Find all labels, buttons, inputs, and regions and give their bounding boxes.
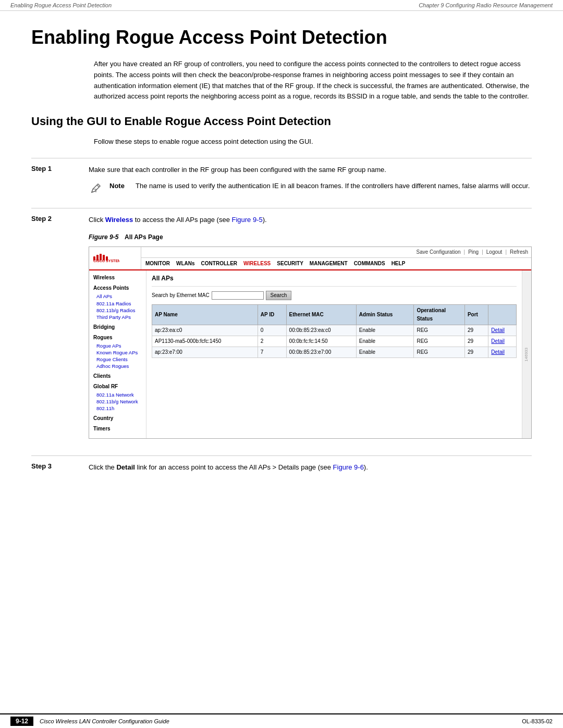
intro-text: Follow these steps to enable rogue acces… [31,137,532,147]
cell-admin-status: Enable [356,336,414,347]
pencil-icon [89,182,103,196]
step3-detail-link: Detail [116,463,134,471]
step2-wireless-link[interactable]: Wireless [105,216,133,224]
nav-controller[interactable]: CONTROLLER [201,260,237,268]
cell-admin-status: Enable [356,325,414,336]
cell-ap-id: 2 [258,336,286,347]
cell-operational-status: REG [414,347,465,357]
action-save[interactable]: Save Configuration [416,248,460,256]
search-label: Search by Ethernet MAC [152,291,210,300]
sidebar-item-80211bg-network[interactable]: 802.11b/g Network [93,398,142,405]
cell-port: 29 [464,325,488,336]
cell-port: 29 [464,336,488,347]
search-input[interactable] [212,291,264,300]
sidebar-timers: Timers [93,425,142,433]
sidebar: Wireless Access Points All APs 802.11a R… [89,270,146,438]
cell-ap-id: 7 [258,347,286,357]
step2-content: Click Wireless to access the All APs pag… [89,215,532,447]
section-heading: Using the GUI to Enable Rogue Access Poi… [31,115,532,128]
sidebar-title-clients: Clients [93,372,142,380]
detail-link[interactable]: Detail [491,327,505,333]
sidebar-item-80211a-network[interactable]: 802.11a Network [93,391,142,398]
cell-detail[interactable]: Detail [488,325,517,336]
body-paragraph: After you have created an RF group of co… [31,59,532,102]
sidebar-access-points: Access Points All APs 802.11a Radios 802… [93,284,142,320]
nav-commands[interactable]: COMMANDS [354,260,385,268]
cell-detail[interactable]: Detail [488,347,517,357]
sidebar-rogues: Rogues Rogue APs Known Rogue APs Rogue C… [93,334,142,370]
col-ap-name: AP Name [152,304,258,325]
top-actions: Save Configuration | Ping | Logout | Ref… [141,247,531,258]
main-content: Enabling Rogue Access Point Detection Af… [0,11,563,504]
nav-wlans[interactable]: WLANs [176,260,195,268]
sidebar-item-80211h[interactable]: 802.11h [93,405,142,412]
nav-help[interactable]: HELP [391,260,406,268]
step1-label: Step 1 [31,165,89,200]
action-refresh[interactable]: Refresh [510,248,528,256]
action-ping[interactable]: Ping [468,248,479,256]
sidebar-item-rogue-clients[interactable]: Rogue Clients [93,356,142,363]
footer-doc-name: Cisco Wireless LAN Controller Configurat… [40,718,169,724]
sidebar-item-all-aps[interactable]: All APs [93,293,142,300]
page-header: Enabling Rogue Access Point Detection Ch… [0,0,563,11]
sidebar-title-country[interactable]: Country [93,414,142,423]
detail-link[interactable]: Detail [491,338,505,344]
watermark-text: 146933 [523,348,530,362]
figure-caption-prefix: Figure 9-5 [89,233,118,241]
nav-monitor[interactable]: MONITOR [145,260,170,268]
sidebar-item-known-rogue[interactable]: Known Rogue APs [93,349,142,356]
svg-text:CISCO SYSTEMS: CISCO SYSTEMS [93,259,119,263]
nav-management[interactable]: MANAGEMENT [310,260,348,268]
step3-figure-ref[interactable]: Figure 9-6 [333,463,364,471]
note-icon-area [89,181,109,196]
footer-doc-num: OL-8335-02 [522,718,553,724]
sidebar-title-timers[interactable]: Timers [93,425,142,433]
search-row: Search by Ethernet MAC Search [152,291,517,300]
cell-ap-name: ap:23:e7:00 [152,347,258,357]
step3-content: Click the Detail link for an access poin… [89,462,532,473]
figure-screenshot: CISCO SYSTEMS Save Configuration | Ping … [89,246,532,438]
sidebar-title-rogues: Rogues [93,334,142,342]
step3-label: Step 3 [31,462,89,473]
cell-detail[interactable]: Detail [488,336,517,347]
main-panel: All APs Search by Ethernet MAC Search AP [146,270,522,438]
action-logout[interactable]: Logout [486,248,503,256]
sidebar-title-wireless: Wireless [93,274,142,282]
sidebar-item-80211a-radios[interactable]: 802.11a Radios [93,300,142,307]
step2-text-suffix: to access the All APs page (see [133,216,231,224]
step2-figure-ref[interactable]: Figure 9-5 [231,216,262,224]
cell-port: 29 [464,347,488,357]
cell-ap-name: AP1130-ma5-000b:fcfc:1450 [152,336,258,347]
sidebar-global-rf: Global RF 802.11a Network 802.11b/g Netw… [93,382,142,412]
footer-page-num: 9-12 [10,717,33,726]
table-header: AP Name AP ID Ethernet MAC Admin Status … [152,304,517,325]
step1-text: Make sure that each controller in the RF… [89,166,386,174]
main-nav: MONITOR WLANs CONTROLLER WIRELESS SECURI… [141,258,531,269]
page-footer: 9-12 Cisco Wireless LAN Controller Confi… [0,713,563,728]
col-ap-id: AP ID [258,304,286,325]
col-admin-status: Admin Status [356,304,414,325]
ap-table: AP Name AP ID Ethernet MAC Admin Status … [152,304,517,358]
step2-label: Step 2 [31,215,89,447]
nav-security[interactable]: SECURITY [277,260,303,268]
col-port: Port [464,304,488,325]
sidebar-item-80211bg-radios[interactable]: 802.11b/g Radios [93,307,142,314]
sidebar-item-adhoc-rogues[interactable]: Adhoc Rogues [93,363,142,369]
cell-ethernet-mac: 00:0b:fc:fc:14:50 [286,336,356,347]
note-text: The name is used to verify the authentic… [136,181,530,196]
step2-text-end: ). [263,216,267,224]
table-row: AP1130-ma5-000b:fcfc:1450 2 00:0b:fc:fc:… [152,336,517,347]
sidebar-item-rogue-aps[interactable]: Rogue APs [93,342,142,349]
cisco-logo: CISCO SYSTEMS [89,247,141,269]
cell-ap-id: 0 [258,325,286,336]
cell-ethernet-mac: 00:0b:85:23:e7:00 [286,347,356,357]
sidebar-item-third-party[interactable]: Third Party APs [93,314,142,320]
cell-ap-name: ap:23:ea:c0 [152,325,258,336]
figure-caption: Figure 9-5 All APs Page [89,232,532,243]
sidebar-title-ap: Access Points [93,284,142,292]
page-title: All APs [152,274,517,286]
search-button[interactable]: Search [266,291,292,300]
detail-link[interactable]: Detail [491,349,505,355]
header-left: Enabling Rogue Access Point Detection [10,2,112,8]
nav-wireless[interactable]: WIRELESS [243,260,271,268]
